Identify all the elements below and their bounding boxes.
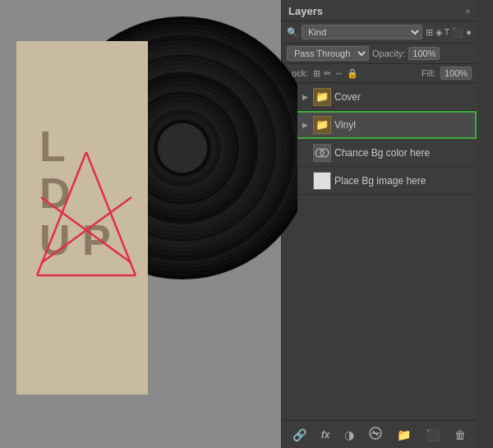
blend-mode-dropdown[interactable]: Pass Through Normal Multiply Screen [287, 46, 369, 61]
adjustment-button[interactable] [366, 425, 385, 444]
kind-row: 🔍 Kind ⊞ ◈ T ⬛ ● [282, 21, 477, 44]
layer-thumb-chance-bg [313, 144, 331, 162]
layer-item-vinyl[interactable]: 👁 ▶ Vinyl [282, 111, 477, 139]
fx-button[interactable]: fx [318, 427, 334, 442]
opacity-input[interactable] [408, 47, 440, 60]
layer-name-chance-bg: Chance Bg color here [334, 147, 473, 159]
type-icon[interactable]: T [445, 27, 450, 37]
layer-item-cover[interactable]: 👁 ▶ Cover [282, 83, 477, 111]
mask-button[interactable]: ◑ [341, 427, 357, 443]
canvas-area: LDU P [0, 0, 297, 448]
vinyl-scene: LDU P [0, 0, 297, 448]
adjustment-icon[interactable]: ◈ [435, 27, 442, 38]
album-cover: LDU P [16, 41, 148, 395]
layer-item-chance-bg[interactable]: 👁 Chance Bg color here [282, 139, 477, 167]
lock-icons: ⊞ ✏ ↔ 🔒 [313, 68, 358, 79]
layer-thumb-vinyl [313, 116, 331, 134]
layer-name-cover: Cover [334, 91, 473, 103]
kind-icons: ⊞ ◈ T ⬛ ● [426, 27, 472, 38]
lock-position-icon[interactable]: ↔ [334, 68, 343, 78]
layers-list: 👁 ▶ Cover 👁 ▶ Vinyl 👁 Chance Bg color he… [282, 83, 477, 420]
layer-name-place-bg: Place Bg image here [334, 175, 473, 187]
panel-header: Layers » [282, 0, 477, 21]
layer-arrow-cover[interactable]: ▶ [300, 92, 310, 102]
layer-arrow-chance-bg [300, 148, 310, 158]
blend-row: Pass Through Normal Multiply Screen Opac… [282, 44, 477, 64]
new-layer-button[interactable]: ⬛ [422, 427, 443, 443]
layers-panel: Layers » 🔍 Kind ⊞ ◈ T ⬛ ● Pass Through N… [281, 0, 477, 448]
panel-collapse-button[interactable]: » [465, 7, 470, 16]
pixel-icon[interactable]: ⊞ [426, 27, 433, 38]
layer-name-vinyl: Vinyl [334, 119, 473, 131]
lock-all-icon[interactable]: 🔒 [347, 68, 358, 79]
smart-icon[interactable]: ● [466, 27, 472, 37]
layer-item-place-bg[interactable]: 👁 Place Bg image here [282, 167, 477, 195]
svg-line-1 [86, 152, 136, 275]
panel-footer: 🔗 fx ◑ 📁 ⬛ 🗑 [282, 420, 477, 448]
opacity-label: Opacity: [372, 48, 405, 58]
lock-transparent-icon[interactable]: ⊞ [313, 68, 320, 79]
fill-input[interactable] [440, 67, 472, 80]
album-star-svg [33, 148, 140, 288]
shape-icon[interactable]: ⬛ [452, 27, 463, 38]
delete-button[interactable]: 🗑 [451, 427, 469, 443]
search-icon: 🔍 [287, 27, 298, 38]
layer-thumb-cover [313, 88, 331, 106]
right-panel-strip [477, 0, 493, 448]
fill-label: Fill: [422, 68, 435, 78]
lock-row: Lock: ⊞ ✏ ↔ 🔒 Fill: [282, 64, 477, 83]
new-group-button[interactable]: 📁 [394, 427, 414, 443]
link-button[interactable]: 🔗 [289, 427, 310, 443]
kind-dropdown[interactable]: Kind [302, 25, 422, 39]
panel-title: Layers [288, 5, 323, 17]
svg-line-0 [37, 152, 86, 275]
layer-arrow-place-bg [300, 176, 310, 186]
svg-point-6 [320, 149, 329, 157]
layer-arrow-vinyl[interactable]: ▶ [300, 120, 310, 130]
lock-paint-icon[interactable]: ✏ [324, 68, 331, 79]
layer-thumb-place-bg [313, 172, 331, 190]
